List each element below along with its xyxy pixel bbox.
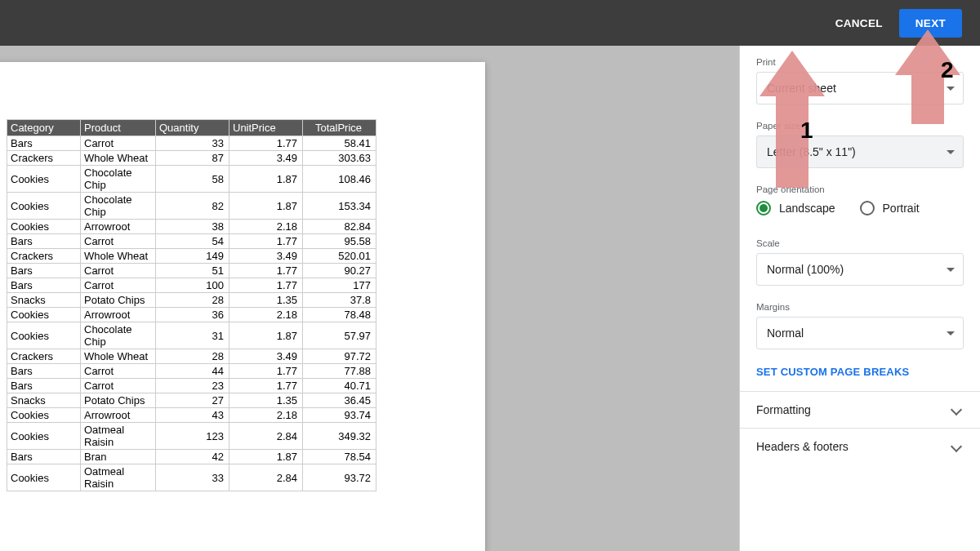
- table-cell: 78.48: [303, 308, 376, 322]
- table-cell: Bars: [7, 364, 81, 379]
- table-cell: 1.87: [229, 322, 303, 349]
- table-header: TotalPrice: [303, 120, 376, 136]
- table-cell: 57.97: [303, 322, 376, 349]
- formatting-section[interactable]: Formatting: [740, 391, 980, 428]
- table-cell: Arrowroot: [81, 408, 156, 423]
- table-row: CookiesChocolate Chip581.87108.46: [7, 166, 376, 193]
- table-cell: 78.54: [303, 450, 376, 464]
- chevron-down-icon: [947, 268, 955, 272]
- headers-footers-label: Headers & footers: [756, 440, 849, 453]
- table-row: CrackersWhole Wheat283.4997.72: [7, 349, 376, 364]
- table-cell: Bars: [7, 450, 81, 464]
- table-cell: 108.46: [303, 166, 376, 193]
- table-cell: 37.8: [303, 293, 376, 308]
- table-row: BarsCarrot331.7758.41: [7, 136, 376, 151]
- table-cell: Arrowroot: [81, 220, 156, 234]
- table-cell: Potato Chips: [81, 293, 156, 308]
- table-cell: Whole Wheat: [81, 249, 156, 264]
- table-cell: Cookies: [7, 423, 81, 450]
- table-cell: 38: [156, 220, 229, 234]
- table-row: CookiesOatmeal Raisin332.8493.72: [7, 464, 376, 491]
- table-cell: 93.72: [303, 464, 376, 491]
- table-cell: Arrowroot: [81, 308, 156, 322]
- table-cell: Whole Wheat: [81, 151, 156, 166]
- orientation-label: Page orientation: [756, 184, 964, 194]
- table-cell: Cookies: [7, 464, 81, 491]
- table-cell: 31: [156, 322, 229, 349]
- set-custom-page-breaks-link[interactable]: SET CUSTOM PAGE BREAKS: [740, 354, 980, 391]
- table-header: UnitPrice: [229, 120, 303, 136]
- table-header: Category: [7, 120, 81, 136]
- print-select[interactable]: Current sheet: [756, 72, 964, 104]
- print-label: Print: [756, 57, 964, 67]
- paper-size-select[interactable]: Letter (8.5" x 11"): [756, 136, 964, 168]
- table-cell: 40.71: [303, 379, 376, 393]
- table-row: CookiesOatmeal Raisin1232.84349.32: [7, 423, 376, 450]
- table-cell: 82: [156, 193, 229, 220]
- scale-value: Normal (100%): [767, 263, 844, 276]
- table-row: CookiesArrowroot432.1893.74: [7, 408, 376, 423]
- data-table: CategoryProductQuantityUnitPriceTotalPri…: [7, 119, 376, 491]
- table-row: CrackersWhole Wheat873.49303.63: [7, 151, 376, 166]
- table-cell: 100: [156, 278, 229, 293]
- next-button[interactable]: NEXT: [899, 9, 962, 38]
- table-cell: Bars: [7, 278, 81, 293]
- margins-label: Margins: [756, 302, 964, 312]
- table-cell: 36.45: [303, 393, 376, 408]
- print-select-value: Current sheet: [767, 82, 836, 95]
- table-cell: Cookies: [7, 193, 81, 220]
- table-cell: Bran: [81, 450, 156, 464]
- table-cell: Bars: [7, 379, 81, 393]
- table-cell: Oatmeal Raisin: [81, 464, 156, 491]
- table-cell: 2.18: [229, 308, 303, 322]
- table-cell: 1.77: [229, 234, 303, 249]
- table-cell: Bars: [7, 234, 81, 249]
- table-cell: 28: [156, 349, 229, 364]
- paper-size-label: Paper size: [756, 121, 964, 131]
- table-cell: 33: [156, 136, 229, 151]
- paper-size-value: Letter (8.5" x 11"): [767, 145, 856, 158]
- table-header: Quantity: [156, 120, 229, 136]
- table-cell: Bars: [7, 136, 81, 151]
- table-cell: 33: [156, 464, 229, 491]
- table-cell: Crackers: [7, 249, 81, 264]
- table-cell: 23: [156, 379, 229, 393]
- table-row: BarsCarrot231.7740.71: [7, 379, 376, 393]
- table-cell: Carrot: [81, 234, 156, 249]
- scale-select[interactable]: Normal (100%): [756, 253, 964, 286]
- table-cell: 1.87: [229, 450, 303, 464]
- table-cell: Snacks: [7, 293, 81, 308]
- top-bar: CANCEL NEXT: [0, 0, 980, 46]
- table-cell: Bars: [7, 264, 81, 278]
- table-cell: Whole Wheat: [81, 349, 156, 364]
- table-cell: 95.58: [303, 234, 376, 249]
- orientation-landscape-radio[interactable]: Landscape: [756, 201, 835, 216]
- formatting-label: Formatting: [756, 403, 811, 416]
- chevron-down-icon: [947, 331, 955, 335]
- table-cell: 3.49: [229, 349, 303, 364]
- table-row: BarsCarrot1001.77177: [7, 278, 376, 293]
- table-cell: Carrot: [81, 264, 156, 278]
- table-cell: Chocolate Chip: [81, 166, 156, 193]
- table-cell: Cookies: [7, 220, 81, 234]
- table-cell: Carrot: [81, 278, 156, 293]
- table-cell: 3.49: [229, 151, 303, 166]
- table-row: BarsCarrot511.7790.27: [7, 264, 376, 278]
- margins-select[interactable]: Normal: [756, 317, 964, 349]
- chevron-down-icon: [947, 87, 955, 91]
- table-cell: Carrot: [81, 136, 156, 151]
- table-cell: Cookies: [7, 408, 81, 423]
- table-cell: 1.77: [229, 278, 303, 293]
- table-cell: 2.84: [229, 423, 303, 450]
- table-cell: Crackers: [7, 349, 81, 364]
- headers-footers-section[interactable]: Headers & footers: [740, 428, 980, 464]
- table-row: BarsCarrot541.7795.58: [7, 234, 376, 249]
- cancel-button[interactable]: CANCEL: [835, 17, 883, 29]
- orientation-portrait-radio[interactable]: Portrait: [860, 201, 920, 216]
- table-cell: 58: [156, 166, 229, 193]
- table-row: CrackersWhole Wheat1493.49520.01: [7, 249, 376, 264]
- table-cell: 1.77: [229, 136, 303, 151]
- orientation-portrait-text: Portrait: [883, 202, 920, 215]
- table-cell: 1.77: [229, 264, 303, 278]
- table-cell: 93.74: [303, 408, 376, 423]
